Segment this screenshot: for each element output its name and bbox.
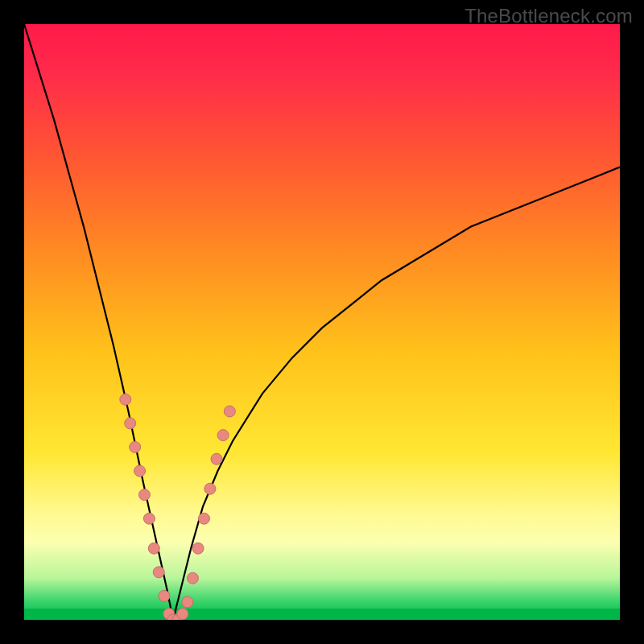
curve-marker (120, 394, 131, 405)
curve-marker (125, 418, 136, 429)
bottleneck-chart (24, 24, 620, 620)
curve-marker (182, 597, 193, 608)
curve-marker (177, 609, 188, 620)
curve-marker (224, 406, 235, 417)
curve-marker (192, 543, 204, 554)
curve-marker (148, 543, 159, 554)
curve-marker (138, 489, 150, 501)
curve-marker (198, 513, 209, 524)
bottleneck-curve-path (24, 24, 620, 620)
curve-marker (187, 572, 198, 584)
curve-marker (134, 465, 146, 477)
curve-markers (120, 394, 235, 620)
curve-marker (130, 441, 141, 452)
curve-marker (159, 590, 170, 601)
curve-marker (217, 430, 229, 441)
curve-marker (143, 513, 155, 524)
watermark-text: TheBottleneck.com (464, 5, 633, 27)
curve-marker (211, 453, 222, 464)
curve-marker (153, 567, 164, 578)
curve-marker (204, 483, 216, 494)
